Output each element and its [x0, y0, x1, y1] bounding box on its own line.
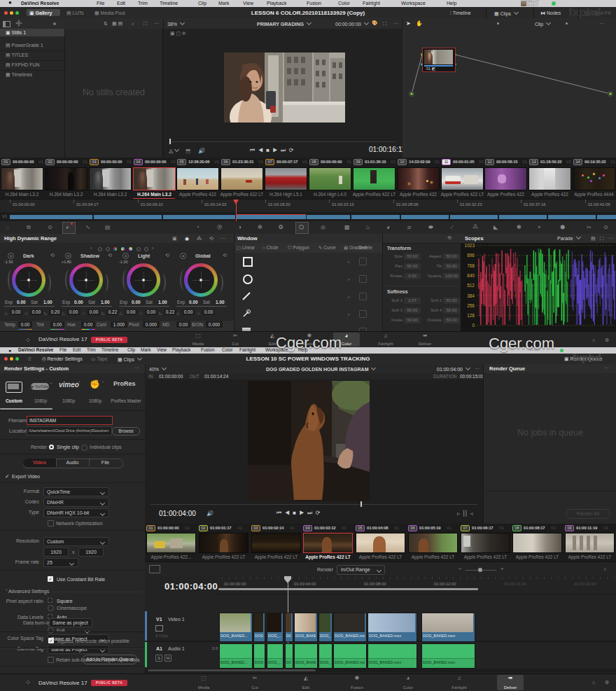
svg-text:896: 896	[467, 253, 475, 258]
svg-text:640: 640	[467, 273, 475, 278]
svg-text:128: 128	[467, 313, 475, 318]
svg-text:384: 384	[467, 293, 475, 298]
svg-text:512: 512	[467, 283, 475, 288]
svg-text:1023: 1023	[465, 243, 475, 248]
svg-text:0: 0	[472, 323, 475, 328]
svg-text:256: 256	[467, 303, 475, 308]
svg-text:768: 768	[467, 263, 475, 268]
